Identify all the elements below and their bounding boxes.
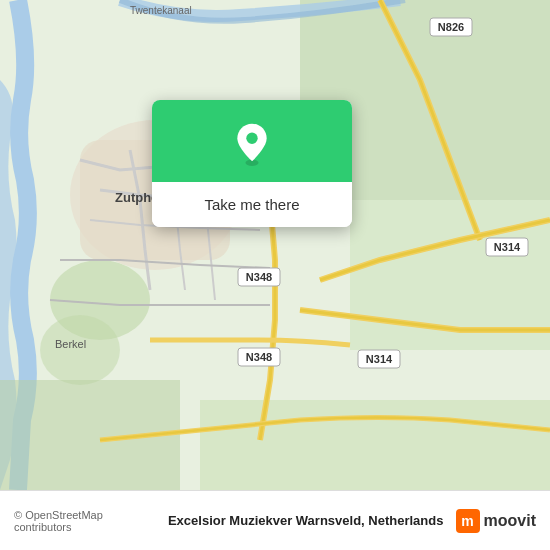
map-container: N826 N314 N314 N348 N348 Zutphen Berkel …: [0, 0, 550, 490]
bottom-bar: © OpenStreetMap contributors Excelsior M…: [0, 490, 550, 550]
svg-text:Twentekanaal: Twentekanaal: [130, 5, 192, 16]
svg-rect-6: [200, 400, 550, 490]
svg-point-23: [246, 133, 257, 144]
svg-text:N348: N348: [246, 351, 272, 363]
location-pin-icon: [230, 122, 274, 166]
copyright-text: © OpenStreetMap contributors: [14, 509, 156, 533]
popup-green-header: [152, 100, 352, 182]
svg-text:Berkel: Berkel: [55, 338, 86, 350]
moovit-logo: m moovit: [456, 509, 536, 533]
svg-text:N314: N314: [366, 353, 393, 365]
moovit-text: moovit: [484, 512, 536, 530]
place-name-text: Excelsior Muziekver Warnsveld, Netherlan…: [164, 513, 448, 528]
moovit-m-icon: m: [456, 509, 480, 533]
map-svg: N826 N314 N314 N348 N348 Zutphen Berkel …: [0, 0, 550, 490]
svg-text:N826: N826: [438, 21, 464, 33]
take-me-there-button[interactable]: Take me there: [152, 182, 352, 227]
svg-point-4: [40, 315, 120, 385]
svg-text:N348: N348: [246, 271, 272, 283]
svg-text:N314: N314: [494, 241, 521, 253]
popup-card: Take me there: [152, 100, 352, 227]
